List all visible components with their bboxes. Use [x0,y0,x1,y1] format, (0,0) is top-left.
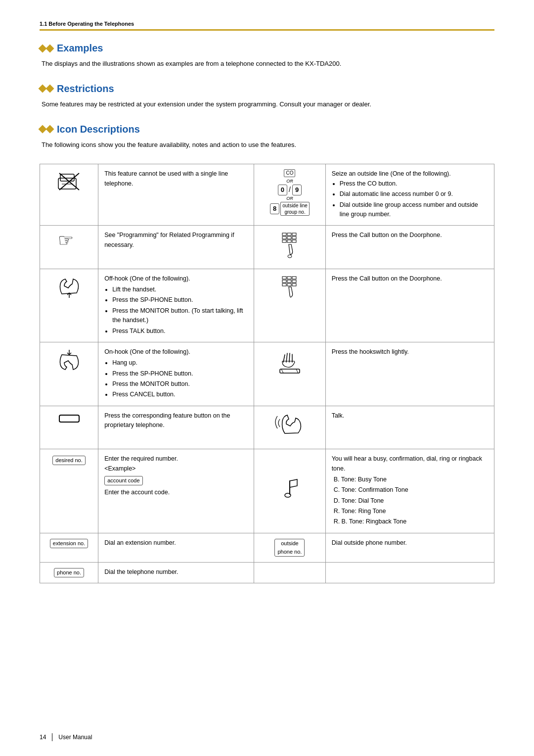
icon-cell-phone-no: phone no. [40,562,98,583]
page-number: 14 [40,734,46,741]
table-row: phone no. Dial the telephone number. [40,562,494,583]
icon-cell-tone [254,449,325,533]
list-item: R. B. Tone: Ringback Tone [334,517,488,526]
list-item: Press the CO button. [340,179,488,189]
restrictions-body: Some features may be restricted at your … [42,99,494,110]
onhook-icon [54,347,84,375]
svg-rect-10 [287,236,291,239]
icon-cell-onhook [40,342,98,406]
desc-phone-no: Dial the telephone number. [98,562,254,583]
svg-rect-24 [287,284,291,286]
svg-rect-20 [282,280,286,283]
top-bar: 1.1 Before Operating the Telephones [40,20,494,31]
svg-rect-11 [292,236,296,239]
desc-talk: Talk. [325,406,494,449]
svg-rect-21 [287,280,291,283]
desc-doorphone: Press the Call button on the Doorphone. [325,226,494,269]
doorphone-icon [272,231,307,260]
list-item: B. Tone: Busy Tone [334,475,488,484]
feature-button-icon [55,411,83,426]
extension-no-badge: extension no. [50,539,88,548]
svg-rect-7 [287,233,291,236]
list-item: Press the MONITOR button. (To start talk… [112,306,248,326]
icon-cell-feature-button [40,406,98,449]
icon-cell-empty [254,562,325,583]
list-item: Lift the handset. [112,285,248,294]
desc-hookswitch: Press the hookswitch lightly. [325,342,494,406]
icon-descriptions-title: Icon Descriptions [40,124,494,135]
svg-rect-19 [292,277,296,279]
svg-line-32 [281,369,283,373]
table-row: On-hook (One of the following). Hang up.… [40,342,494,406]
page: 1.1 Before Operating the Telephones Exam… [0,0,534,756]
desc-offhook: Off-hook (One of the following). Lift th… [98,269,254,342]
examples-section: Examples The displays and the illustrati… [40,43,494,69]
icon-cell-hookswitch [254,342,325,406]
table-row: This feature cannot be used with a singl… [40,164,494,226]
svg-rect-25 [292,284,296,286]
programming-icon: ☞ [55,231,83,253]
svg-rect-8 [292,233,296,236]
list-item: Hang up. [112,358,248,368]
desc-tone: You will hear a busy, confirmation, dial… [325,449,494,533]
seize-outside-list: Press the CO button. Dial automatic line… [340,179,488,220]
svg-line-33 [296,369,298,373]
svg-rect-6 [282,233,286,236]
svg-rect-13 [287,240,291,242]
desc-programming: See "Programming" for Related Programmin… [98,226,254,269]
svg-text:☞: ☞ [58,231,74,250]
desc-outside-phone-no: Dial outside phone number. [325,533,494,562]
onhook-list: Hang up. Press the SP-PHONE button. Pres… [112,358,248,400]
zero-key: 0 [278,185,287,195]
examples-body: The displays and the illustrations shown… [42,59,494,69]
icon-desc-diamond-icon [40,126,53,132]
list-item: D. Tone: Dial Tone [334,496,488,506]
svg-rect-12 [282,240,286,242]
icon-cell-doorphone [254,226,325,269]
tone-list: B. Tone: Busy Tone C. Tone: Confirmation… [334,475,488,527]
table-row: extension no. Dial an extension number. … [40,533,494,562]
svg-rect-23 [282,284,286,286]
list-item: Dial automatic line access number 0 or 9… [340,189,488,199]
list-item: Press the SP-PHONE button. [112,295,248,305]
footer-label: User Manual [58,734,92,741]
phone-no-badge: phone no. [54,568,84,577]
diamond-6 [46,125,54,134]
svg-rect-14 [292,240,296,242]
icon-cell-talk [254,406,325,449]
table-row: Off-hook (One of the following). Lift th… [40,269,494,342]
section-header: 1.1 Before Operating the Telephones [40,21,134,27]
hookswitch-icon [272,347,307,379]
footer-divider [52,733,52,741]
outside-phone-no-badge: outsidephone no. [274,539,305,557]
icon-descriptions-intro: The following icons show you the feature… [42,140,494,150]
icon-cell-outside-phone-no: outsidephone no. [254,533,325,562]
svg-line-29 [289,353,290,362]
doorphone2-icon [272,274,307,304]
icon-cell-seize-outside: CO OR 0 / 9 OR 8 outside linegroup no. [254,164,325,226]
icon-cell-doorphone2 [254,269,325,342]
list-item: C. Tone: Confirmation Tone [334,485,488,495]
list-item: Press the SP-PHONE button. [112,369,248,378]
offhook-list: Lift the handset. Press the SP-PHONE but… [112,285,248,336]
examples-title: Examples [40,43,494,54]
svg-rect-17 [282,277,286,279]
list-item: Press CANCEL button. [112,390,248,399]
tone-icon [280,477,300,502]
nine-key: 9 [292,185,302,195]
desc-seize-outside: Seize an outside line (One of the follow… [325,164,494,226]
icon-cell-offhook [40,269,98,342]
desc-extension-no: Dial an extension number. [98,533,254,562]
no-single-line-icon [54,169,84,194]
desc-doorphone2: Press the Call button on the Doorphone. [325,269,494,342]
icon-cell-desired-no: desired no. [40,449,98,533]
eight-key: 8 [270,203,279,214]
svg-rect-22 [292,280,296,283]
desc-desired-no: Enter the required number. <Example> acc… [98,449,254,533]
svg-point-15 [288,255,292,258]
svg-rect-18 [287,277,291,279]
diamond-4 [46,85,54,93]
list-item: Press the MONITOR button. [112,379,248,389]
table-row: desired no. Enter the required number. <… [40,449,494,533]
talk-icon [272,411,307,441]
